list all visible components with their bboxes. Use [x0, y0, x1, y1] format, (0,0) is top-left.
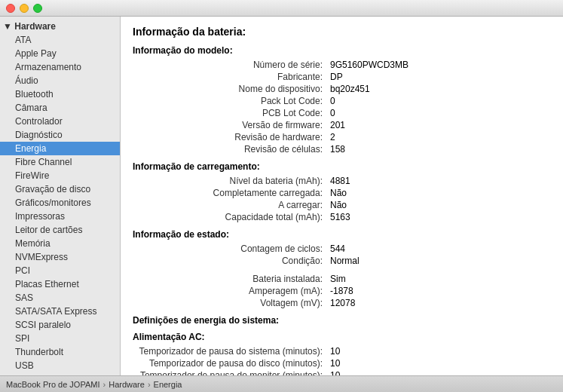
sidebar-item-energia[interactable]: Energia [0, 142, 120, 155]
sidebar-item-hardware-header[interactable]: ▼ Hardware [0, 20, 120, 33]
minimize-button[interactable] [20, 4, 29, 13]
sidebar-item-placas-ethernet[interactable]: Placas Ethernet [0, 277, 120, 291]
info-table-3: Bateria instalada:SimAmperagem (mA):-187… [133, 273, 551, 309]
sidebar: ▼ HardwareATAApple PayArmazenamentoÁudio… [0, 17, 121, 375]
sidebar-item-spi[interactable]: SPI [0, 332, 120, 345]
sidebar-item-firewire[interactable]: FireWire [0, 169, 120, 182]
table-row: A carregar:Não [133, 199, 551, 211]
row-label: Revisão de células: [133, 143, 329, 155]
row-value: -1878 [329, 285, 551, 297]
row-label: Temporizador de pausa do monitor (minuto… [133, 369, 329, 375]
row-label: PCB Lot Code: [133, 107, 329, 119]
sidebar-item-rede-header[interactable]: ▼ Rede [0, 372, 120, 375]
row-label: Revisão de hardware: [133, 131, 329, 143]
row-value: 9G5160PWCD3MB [329, 59, 551, 71]
sidebar-item-sas[interactable]: SAS [0, 291, 120, 305]
sidebar-item-scsi-paralelo[interactable]: SCSI paralelo [0, 318, 120, 332]
title-bar [0, 0, 563, 17]
info-table-0: Número de série:9G5160PWCD3MBFabricante:… [133, 59, 551, 155]
row-value: bq20z451 [329, 83, 551, 95]
sidebar-item-apple-pay[interactable]: Apple Pay [0, 47, 120, 60]
section-title-4: Definições de energia do sistema: [133, 315, 551, 326]
table-row: Revisão de células:158 [133, 143, 551, 155]
row-label: Versão de firmware: [133, 119, 329, 131]
section-3: Bateria instalada:SimAmperagem (mA):-187… [133, 273, 551, 309]
breadcrumb-separator: › [103, 380, 106, 389]
table-row: Número de série:9G5160PWCD3MB [133, 59, 551, 71]
row-value: 0 [329, 95, 551, 107]
sidebar-item-nvmexpress[interactable]: NVMExpress [0, 250, 120, 264]
row-label: Condição: [133, 255, 329, 267]
table-row: Completamente carregada:Não [133, 187, 551, 199]
row-value: 201 [329, 119, 551, 131]
row-label: Amperagem (mA): [133, 285, 329, 297]
section-4: Definições de energia do sistema: [133, 315, 551, 326]
sidebar-item-usb[interactable]: USB [0, 359, 120, 372]
sidebar-item-thunderbolt[interactable]: Thunderbolt [0, 345, 120, 359]
sidebar-item-graficos-monitores[interactable]: Gráficos/monitores [0, 196, 120, 210]
section-title-1: Informação de carregamento: [133, 161, 551, 172]
sidebar-item-controlador[interactable]: Controlador [0, 115, 120, 128]
main-layout: ▼ HardwareATAApple PayArmazenamentoÁudio… [0, 17, 563, 375]
table-row: Temporizador de pausa do monitor (minuto… [133, 369, 551, 375]
sidebar-item-leitor-cartoes[interactable]: Leitor de cartões [0, 223, 120, 237]
table-row: Nome do dispositivo:bq20z451 [133, 83, 551, 95]
sidebar-item-bluetooth[interactable]: Bluetooth [0, 87, 120, 101]
info-table-2: Contagem de ciclos:544Condição:Normal [133, 243, 551, 267]
sidebar-item-audio[interactable]: Áudio [0, 74, 120, 87]
table-row: PCB Lot Code:0 [133, 107, 551, 119]
row-value: 4881 [329, 175, 551, 187]
table-row: Temporizador de pausa do sistema (minuto… [133, 345, 551, 357]
traffic-lights [6, 4, 42, 13]
table-row: Revisão de hardware:2 [133, 131, 551, 143]
info-table-5: Temporizador de pausa do sistema (minuto… [133, 345, 551, 375]
row-label: Fabricante: [133, 71, 329, 83]
breadcrumb: MacBook Pro de JOPAMI › Hardware › Energ… [6, 380, 182, 389]
table-row: Capacidade total (mAh):5163 [133, 211, 551, 223]
content-area: Informação da bateria:Informação do mode… [121, 17, 563, 375]
sidebar-item-armazenamento[interactable]: Armazenamento [0, 60, 120, 74]
sidebar-item-pci[interactable]: PCI [0, 264, 120, 277]
row-label: Voltagem (mV): [133, 297, 329, 309]
content-title: Informação da bateria: [133, 26, 551, 38]
row-value: 158 [329, 143, 551, 155]
table-row: Amperagem (mA):-1878 [133, 285, 551, 297]
table-row: Bateria instalada:Sim [133, 273, 551, 285]
section-title-5: Alimentação AC: [133, 332, 551, 342]
row-label: Contagem de ciclos: [133, 243, 329, 255]
row-label: Pack Lot Code: [133, 95, 329, 107]
row-label: Nome do dispositivo: [133, 83, 329, 95]
row-label: Completamente carregada: [133, 187, 329, 199]
sidebar-item-gravacao-disco[interactable]: Gravação de disco [0, 182, 120, 196]
section-title-0: Informação do modelo: [133, 45, 551, 56]
sidebar-item-diagnostico[interactable]: Diagnóstico [0, 128, 120, 142]
sidebar-item-camara[interactable]: Câmara [0, 101, 120, 115]
status-bar: MacBook Pro de JOPAMI › Hardware › Energ… [0, 375, 563, 392]
row-value: 2 [329, 131, 551, 143]
info-table-1: Nível da bateria (mAh):4881Completamente… [133, 175, 551, 223]
table-row: Condição:Normal [133, 255, 551, 267]
row-label: Nível da bateria (mAh): [133, 175, 329, 187]
sidebar-item-ata[interactable]: ATA [0, 33, 120, 47]
table-row: Fabricante:DP [133, 71, 551, 83]
close-button[interactable] [6, 4, 15, 13]
section-5: Alimentação AC:Temporizador de pausa do … [133, 332, 551, 375]
row-value: Não [329, 187, 551, 199]
sidebar-item-sata[interactable]: SATA/SATA Express [0, 305, 120, 318]
row-value: DP [329, 71, 551, 83]
row-label: Número de série: [133, 59, 329, 71]
sidebar-item-impressoras[interactable]: Impressoras [0, 210, 120, 223]
row-value: 10 [329, 369, 551, 375]
table-row: Pack Lot Code:0 [133, 95, 551, 107]
breadcrumb-item: Hardware [109, 380, 145, 389]
sidebar-item-fibre-channel[interactable]: Fibre Channel [0, 155, 120, 169]
maximize-button[interactable] [33, 4, 42, 13]
row-label: Capacidade total (mAh): [133, 211, 329, 223]
table-row: Nível da bateria (mAh):4881 [133, 175, 551, 187]
table-row: Voltagem (mV):12078 [133, 297, 551, 309]
section-title-2: Informação de estado: [133, 229, 551, 240]
row-label: Temporizador de pausa do disco (minutos)… [133, 357, 329, 369]
row-value: 12078 [329, 297, 551, 309]
row-label: Temporizador de pausa do sistema (minuto… [133, 345, 329, 357]
sidebar-item-memoria[interactable]: Memória [0, 237, 120, 250]
